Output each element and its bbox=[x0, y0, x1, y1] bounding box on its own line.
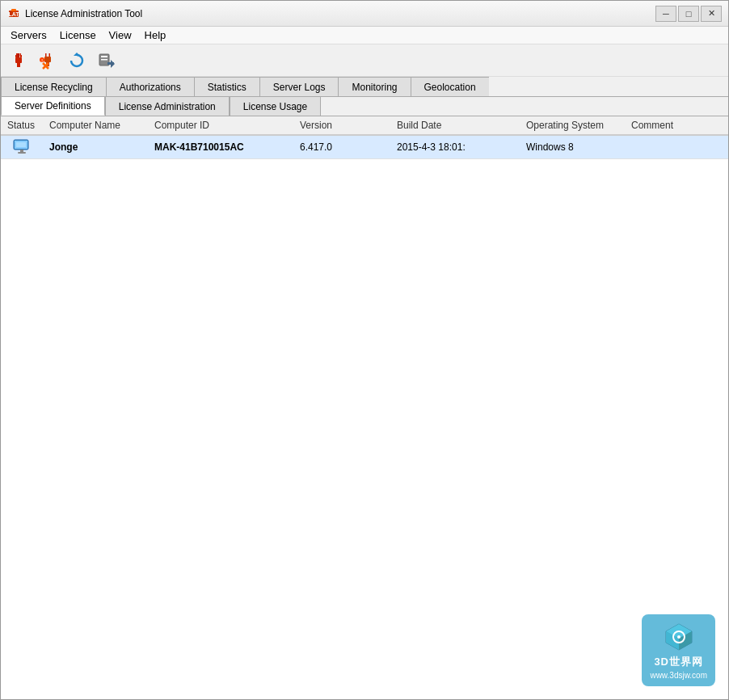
svg-rect-13 bbox=[44, 57, 51, 62]
tab-license-recycling[interactable]: License Recycling bbox=[1, 77, 106, 96]
title-bar: LAT License Administration Tool ─ □ ✕ bbox=[1, 1, 728, 27]
col-header-version: Version bbox=[300, 120, 397, 131]
tab-server-logs[interactable]: Server Logs bbox=[259, 77, 339, 96]
window-title: License Administration Tool bbox=[25, 8, 655, 19]
col-header-name: Computer Name bbox=[49, 120, 154, 131]
tab-geolocation[interactable]: Geolocation bbox=[411, 77, 489, 96]
disconnect-button[interactable]: ! bbox=[35, 48, 61, 73]
watermark: 3D世界网 www.3dsjw.com bbox=[642, 614, 715, 686]
toolbar: ! bbox=[1, 44, 728, 77]
svg-point-35 bbox=[677, 635, 681, 639]
row-version: 6.417.0 bbox=[300, 141, 397, 153]
col-header-comment: Comment bbox=[631, 120, 712, 131]
watermark-box: 3D世界网 www.3dsjw.com bbox=[642, 614, 715, 686]
col-header-status: Status bbox=[1, 120, 49, 131]
refresh-icon bbox=[68, 52, 86, 70]
tabs-container: License Recycling Authorizations Statist… bbox=[1, 77, 728, 116]
svg-rect-24 bbox=[107, 62, 114, 65]
window-controls: ─ □ ✕ bbox=[655, 6, 722, 22]
col-header-build: Build Date bbox=[397, 120, 526, 131]
connect-button[interactable] bbox=[6, 48, 32, 73]
tabs-row-2: Server Definitions License Administratio… bbox=[1, 96, 728, 116]
watermark-url: www.3dsjw.com bbox=[650, 671, 707, 680]
plug-red-icon bbox=[10, 52, 27, 70]
svg-rect-29 bbox=[16, 142, 26, 147]
tab-server-definitions[interactable]: Server Definitions bbox=[1, 97, 105, 116]
watermark-logo-icon bbox=[663, 621, 695, 653]
tab-license-usage[interactable]: License Usage bbox=[230, 97, 321, 116]
watermark-brand: 3D世界网 bbox=[654, 655, 703, 669]
computer-online-icon bbox=[12, 139, 32, 155]
table-row[interactable]: Jonge MAK-41B710015AC 6.417.0 2015-4-3 1… bbox=[1, 136, 728, 159]
svg-rect-21 bbox=[101, 56, 107, 57]
row-status bbox=[1, 139, 49, 155]
export-button[interactable] bbox=[93, 48, 119, 73]
menu-bar: Servers License View Help bbox=[1, 27, 728, 44]
close-button[interactable]: ✕ bbox=[701, 6, 722, 22]
tab-statistics[interactable]: Statistics bbox=[194, 77, 259, 96]
menu-servers[interactable]: Servers bbox=[4, 27, 53, 43]
maximize-button[interactable]: □ bbox=[678, 6, 699, 22]
svg-rect-12 bbox=[49, 53, 51, 57]
svg-rect-5 bbox=[15, 57, 22, 63]
svg-text:LAT: LAT bbox=[8, 11, 19, 17]
menu-view[interactable]: View bbox=[103, 27, 138, 43]
row-computer-id: MAK-41B710015AC bbox=[154, 141, 300, 153]
content-area: Status Computer Name Computer ID Version… bbox=[1, 116, 728, 699]
svg-rect-22 bbox=[101, 59, 107, 61]
row-computer-name: Jonge bbox=[49, 141, 154, 153]
svg-rect-11 bbox=[45, 53, 47, 57]
refresh-button[interactable] bbox=[64, 48, 90, 73]
svg-rect-10 bbox=[20, 53, 22, 57]
svg-rect-28 bbox=[18, 152, 26, 154]
col-header-os: Operating System bbox=[526, 120, 631, 131]
tabs-row-1: License Recycling Authorizations Statist… bbox=[1, 77, 728, 96]
tab-authorizations[interactable]: Authorizations bbox=[106, 77, 194, 96]
plug-error-icon: ! bbox=[39, 52, 57, 70]
table-header: Status Computer Name Computer ID Version… bbox=[1, 116, 728, 136]
tab-monitoring[interactable]: Monitoring bbox=[338, 77, 410, 96]
export-icon bbox=[97, 52, 115, 70]
svg-rect-27 bbox=[20, 150, 23, 152]
row-build-date: 2015-4-3 18:01: bbox=[397, 141, 526, 153]
svg-rect-9 bbox=[16, 53, 18, 57]
menu-help[interactable]: Help bbox=[138, 27, 173, 43]
svg-rect-4 bbox=[18, 53, 19, 57]
svg-marker-19 bbox=[74, 53, 80, 56]
menu-license[interactable]: License bbox=[53, 27, 103, 43]
col-header-id: Computer ID bbox=[154, 120, 300, 131]
minimize-button[interactable]: ─ bbox=[655, 6, 676, 22]
window-content: Status Computer Name Computer ID Version… bbox=[1, 116, 728, 699]
tab-license-administration[interactable]: License Administration bbox=[105, 97, 230, 116]
svg-rect-6 bbox=[17, 63, 20, 67]
main-window: LAT License Administration Tool ─ □ ✕ Se… bbox=[0, 0, 729, 700]
row-os: Windows 8 bbox=[526, 141, 631, 153]
app-icon: LAT bbox=[7, 7, 20, 20]
